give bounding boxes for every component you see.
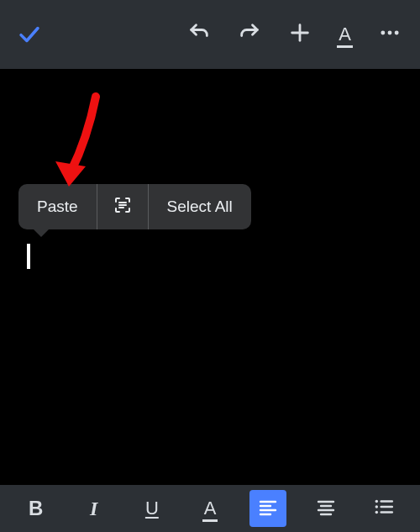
scan-menu-item[interactable] [97, 184, 148, 229]
align-left-icon [258, 497, 278, 520]
svg-point-17 [375, 500, 378, 503]
underline-button[interactable]: U [134, 490, 171, 527]
underline-icon: U [145, 498, 159, 519]
undo-icon [187, 21, 211, 48]
svg-point-18 [375, 505, 378, 508]
bold-button[interactable]: B [18, 490, 55, 527]
select-all-label: Select All [167, 198, 233, 216]
scan-icon [113, 195, 133, 219]
text-cursor [27, 244, 30, 269]
context-menu: Paste Select All [18, 184, 251, 229]
redo-icon [238, 21, 261, 48]
paste-label: Paste [37, 198, 78, 216]
check-icon [17, 22, 42, 47]
svg-point-4 [395, 31, 399, 35]
redo-button[interactable] [238, 21, 261, 48]
undo-button[interactable] [187, 21, 211, 48]
bold-icon: B [29, 497, 43, 520]
text-color-button[interactable]: A [192, 490, 228, 527]
select-all-menu-item[interactable]: Select All [148, 184, 251, 229]
confirm-button[interactable] [0, 22, 59, 47]
italic-button[interactable]: I [76, 490, 113, 527]
more-icon [378, 21, 402, 48]
svg-point-19 [375, 511, 378, 514]
italic-icon: I [90, 498, 97, 520]
editor-area[interactable] [0, 69, 420, 485]
plus-icon [288, 21, 312, 48]
bullet-list-icon [373, 496, 395, 521]
text-color-icon: A [204, 499, 217, 518]
more-button[interactable] [378, 21, 402, 48]
align-left-button[interactable] [249, 490, 286, 527]
add-button[interactable] [288, 21, 312, 48]
bottom-toolbar: B I U A [0, 485, 420, 532]
text-format-button[interactable]: A [339, 25, 351, 44]
top-toolbar: A [0, 0, 420, 69]
svg-point-2 [381, 31, 385, 35]
text-format-icon: A [339, 25, 351, 44]
align-center-icon [316, 497, 336, 520]
bullet-list-button[interactable] [365, 490, 402, 527]
align-center-button[interactable] [307, 490, 344, 527]
svg-point-3 [388, 31, 392, 35]
paste-menu-item[interactable]: Paste [18, 184, 97, 229]
